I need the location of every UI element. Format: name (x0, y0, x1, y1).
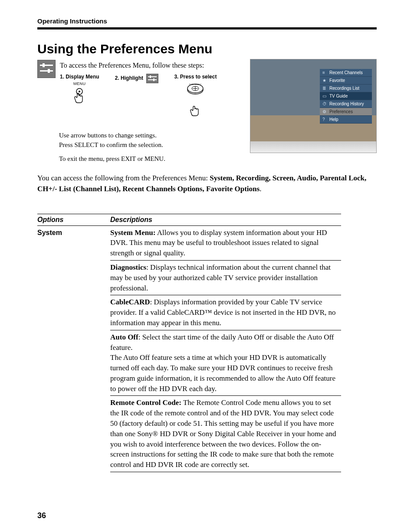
desc-bold: CableCARD (110, 298, 150, 306)
options-table: Options Descriptions System System Menu:… (37, 214, 341, 473)
header-rule (37, 27, 377, 29)
desc-auto-off: Auto Off: Select the start time of the d… (110, 330, 341, 396)
desc-text: : Select the start time of the daily Aut… (110, 333, 334, 352)
column-header-descriptions: Descriptions (110, 214, 341, 225)
desc-bold: Diagnostics (110, 263, 146, 271)
menu-item-help: ?Help (320, 116, 372, 124)
onscreen-menu-screenshot: ≡Recent Channels ★Favorite ≣Recordings L… (250, 59, 377, 153)
desc-text: The Remote Control Code menu allows you … (110, 398, 336, 469)
list-icon: ≣ (322, 86, 327, 91)
hand-press-icon (71, 88, 88, 108)
intro-paragraph: You can access the following from the Pr… (37, 173, 377, 194)
instruction-notes: Use arrow buttons to change settings. Pr… (59, 131, 240, 163)
step-3: 3. Press to select (174, 74, 217, 121)
svg-rect-8 (148, 79, 157, 80)
menu-item-label: Preferences (329, 109, 353, 114)
preferences-slider-icon (37, 60, 56, 78)
option-name-system: System (37, 229, 62, 236)
help-icon: ? (322, 117, 327, 122)
page-number: 36 (37, 511, 377, 520)
menu-item-recent-channels: ≡Recent Channels (320, 69, 372, 77)
svg-rect-2 (40, 70, 53, 72)
page-title: Using the Preferences Menu (37, 42, 377, 56)
intro-lead: You can access the following from the Pr… (37, 174, 210, 182)
desc-bold: Remote Control Code: (110, 398, 181, 407)
preferences-slider-icon-small (146, 74, 158, 83)
svg-text:PUSH SELECT: PUSH SELECT (190, 84, 202, 85)
desc-extra: The Auto Off feature sets a time at whic… (110, 353, 335, 392)
menu-item-label: Recordings List (329, 86, 359, 91)
onscreen-menu: ≡Recent Channels ★Favorite ≣Recordings L… (320, 69, 372, 124)
menu-item-tv-guide: ▭TV Guide (320, 92, 372, 100)
menu-item-recording-history: ⏱Recording History (320, 100, 372, 108)
guide-icon: ▭ (322, 94, 327, 98)
intro-tail: . (260, 185, 261, 193)
svg-rect-3 (48, 69, 50, 73)
instruction-left: To access the Preferences Menu, follow t… (37, 59, 240, 163)
step-2: 2. Highlight (115, 74, 159, 121)
column-header-options: Options (37, 214, 110, 225)
menu-item-recordings-list: ≣Recordings List (320, 85, 372, 92)
desc-remote-control-code: Remote Control Code: The Remote Control … (110, 396, 341, 472)
arrow-note-2: Press SELECT to confirm the selection. (59, 140, 240, 150)
menu-item-label: Favorite (329, 78, 345, 83)
step-1-label: 1. Display Menu (60, 74, 99, 80)
push-select-dial-icon: PUSH SELECT (187, 82, 204, 99)
step-1-sub: MENU (73, 82, 86, 86)
svg-rect-9 (153, 78, 154, 81)
desc-cablecard: CableCARD: Displays information provided… (110, 295, 341, 330)
tv-bottom-bar (250, 141, 376, 153)
svg-rect-7 (150, 75, 151, 78)
svg-rect-0 (40, 65, 53, 66)
instruction-area: To access the Preferences Menu, follow t… (37, 59, 377, 163)
step-1: 1. Display Menu MENU (60, 74, 99, 121)
menu-item-preferences: ⚙Preferences (320, 108, 372, 116)
svg-point-5 (79, 91, 80, 92)
step-3-label: 3. Press to select (174, 74, 217, 80)
hand-press-icon (187, 101, 204, 121)
menu-item-label: Recent Channels (329, 70, 363, 75)
star-icon: ★ (322, 78, 327, 83)
prefs-icon: ⚙ (322, 110, 327, 114)
menu-item-label: Help (329, 117, 338, 122)
menu-item-label: TV Guide (329, 94, 348, 98)
section-header: Operating Instructions (37, 17, 377, 27)
arrow-note-1: Use arrow buttons to change settings. (59, 131, 240, 140)
recent-icon: ≡ (322, 71, 327, 75)
menu-item-label: Recording History (329, 101, 364, 106)
step-2-label: 2. Highlight (115, 74, 159, 83)
history-icon: ⏱ (322, 102, 327, 106)
access-line: To access the Preferences Menu, follow t… (60, 62, 240, 69)
menu-item-favorite: ★Favorite (320, 77, 372, 85)
desc-bold: Auto Off (110, 333, 138, 341)
desc-bold: System Menu: (110, 228, 155, 237)
exit-note: To exit the menu, press EXIT or MENU. (59, 154, 240, 164)
svg-rect-6 (148, 76, 157, 77)
svg-rect-1 (43, 63, 45, 67)
desc-system-menu: System Menu: Allows you to display syste… (110, 225, 341, 260)
desc-diagnostics: Diagnostics: Displays technical informat… (110, 260, 341, 295)
